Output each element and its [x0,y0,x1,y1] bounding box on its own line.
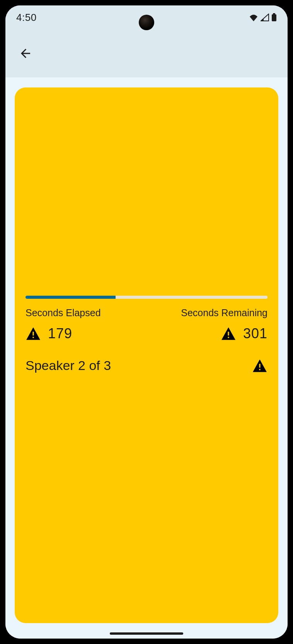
camera-cutout [139,15,154,30]
content-area: Seconds Elapsed Seconds Remaining 179 [5,77,288,639]
device-frame: 4:50 [0,0,293,644]
speaker-text: Speaker 2 of 3 [26,358,111,373]
card-upper-space [26,98,267,292]
arrow-back-icon [19,46,32,60]
warning-icon [221,327,236,341]
svg-rect-6 [259,364,260,368]
svg-rect-4 [228,332,229,336]
status-icons [249,13,277,22]
warning-icon [252,359,267,373]
card-lower-space [26,373,267,612]
status-time: 4:50 [16,12,37,24]
battery-icon [271,13,277,22]
remaining-value: 301 [243,325,267,342]
progress-fill [26,296,116,299]
timer-card[interactable]: Seconds Elapsed Seconds Remaining 179 [15,87,278,623]
svg-rect-7 [259,369,260,370]
elapsed-value: 179 [48,325,72,342]
nav-handle[interactable] [110,632,183,635]
svg-rect-1 [273,13,275,14]
warning-icon [26,327,41,341]
remaining-group: 301 [221,325,267,342]
svg-rect-0 [272,14,276,21]
screen: 4:50 [5,5,288,639]
svg-rect-2 [32,332,34,336]
app-bar [5,29,288,77]
cell-signal-icon [261,14,269,21]
values-row: 179 301 [26,325,267,342]
elapsed-group: 179 [26,325,72,342]
remaining-label: Seconds Remaining [181,307,267,319]
svg-rect-3 [32,337,34,338]
svg-rect-5 [228,337,229,338]
back-button[interactable] [17,45,34,62]
wifi-icon [249,14,258,21]
progress-bar[interactable] [26,296,267,299]
speaker-row: Speaker 2 of 3 [26,358,267,373]
elapsed-label: Seconds Elapsed [26,307,101,319]
labels-row: Seconds Elapsed Seconds Remaining [26,307,267,319]
